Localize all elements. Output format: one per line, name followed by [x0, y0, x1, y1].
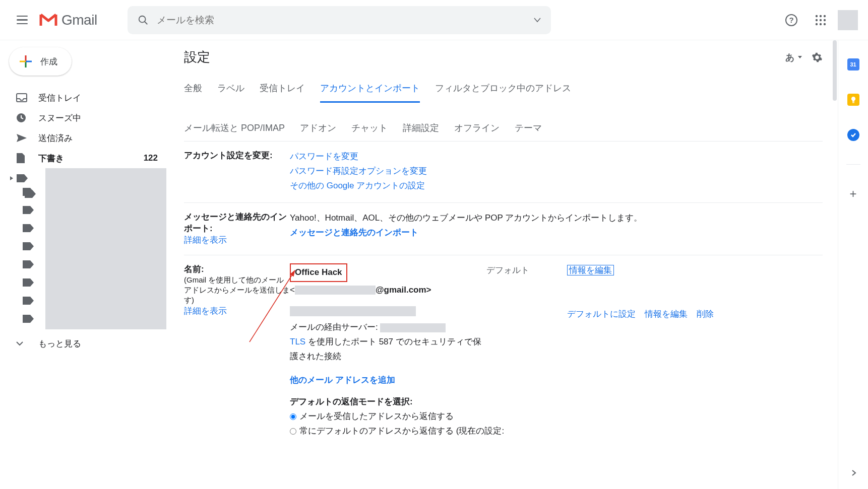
compose-plus-icon [18, 54, 33, 69]
tab-アドオン[interactable]: アドオン [300, 115, 336, 141]
label-icon[interactable] [22, 260, 34, 269]
email-domain: @gmail.com> [376, 285, 431, 295]
tab-ラベル[interactable]: ラベル [217, 75, 244, 103]
reply-mode-radio-default[interactable] [290, 428, 296, 435]
keep-addon-icon[interactable] [847, 94, 859, 106]
svg-text:?: ? [789, 16, 793, 24]
svg-point-0 [139, 16, 145, 22]
help-icon: ? [785, 14, 798, 27]
expand-caret[interactable] [7, 176, 16, 181]
label-icon[interactable] [22, 242, 34, 251]
name-sub: (Gmail を使用して他のメール アドレスからメールを送信します) [184, 275, 290, 304]
import-action-link[interactable]: メッセージと連絡先のインポート [290, 228, 418, 237]
search-input[interactable] [157, 15, 534, 26]
import-heading: メッセージと連絡先のインポート: [184, 212, 287, 233]
primary-name-highlighted: Office Hack [290, 263, 347, 282]
label-icon[interactable] [22, 314, 34, 323]
sent-icon [16, 133, 27, 143]
name-heading: 名前: [184, 264, 204, 274]
tab-詳細設定[interactable]: 詳細設定 [403, 115, 439, 141]
search-bar[interactable] [128, 6, 551, 34]
label-icon[interactable] [22, 296, 34, 305]
edit-info-link-primary[interactable]: 情報を編集 [567, 265, 614, 275]
input-tool-toggle[interactable]: あ [785, 51, 794, 63]
tasks-addon-icon[interactable] [847, 129, 859, 141]
tls-link[interactable]: TLS [290, 337, 305, 346]
svg-point-9 [824, 19, 826, 21]
clock-icon [16, 113, 26, 123]
add-address-link[interactable]: 他のメール アドレスを追加 [290, 375, 395, 385]
chevron-down-icon [16, 341, 23, 346]
edit-info-link-alias[interactable]: 情報を編集 [645, 307, 688, 364]
show-more-label: もっと見る [38, 338, 81, 350]
app-header: Gmail ? [0, 0, 868, 40]
nav-inbox[interactable]: 受信トレイ [0, 88, 169, 108]
gmail-logo[interactable]: Gmail [39, 12, 97, 28]
import-desc: Yahoo!、Hotmail、AOL、その他のウェブメールや POP アカウント… [290, 213, 642, 223]
main-menu-button[interactable] [10, 8, 34, 32]
nav-sent[interactable]: 送信済み [0, 128, 169, 148]
label-icon[interactable] [22, 278, 34, 287]
tab-アカウントとインポート[interactable]: アカウントとインポート [320, 75, 420, 103]
show-more-button[interactable]: もっと見る [0, 333, 169, 354]
compose-button[interactable]: 作成 [9, 47, 72, 76]
nav-drafts-label: 下書き [38, 153, 64, 164]
account-avatar[interactable] [838, 10, 858, 30]
tab-全般[interactable]: 全般 [184, 75, 202, 103]
gmail-logo-icon [39, 13, 57, 27]
labels-placeholder-redacted [45, 168, 166, 329]
main-content: 設定 あ 全般ラベル受信トレイアカウントとインポートフィルタとブロック中のアドレ… [169, 40, 838, 489]
compose-label: 作成 [40, 56, 57, 67]
support-button[interactable]: ? [779, 8, 803, 32]
section-account-change: アカウント設定を変更: パスワードを変更 パスワード再設定オプションを変更 その… [184, 142, 823, 203]
apps-grid-icon [815, 15, 826, 26]
tab-フィルタとブロック中のアドレス[interactable]: フィルタとブロック中のアドレス [435, 75, 571, 103]
settings-gear-icon[interactable] [812, 52, 823, 63]
svg-point-11 [820, 23, 822, 25]
account-change-heading: アカウント設定を変更: [184, 151, 273, 160]
svg-point-4 [816, 15, 818, 17]
nav-drafts[interactable]: 下書き 122 [0, 148, 169, 168]
nav-snoozed-label: スヌーズ中 [38, 112, 81, 124]
svg-point-8 [820, 19, 822, 21]
search-options-dropdown-icon[interactable] [534, 18, 541, 23]
dropdown-caret-icon[interactable] [797, 55, 802, 59]
email-open: < [290, 285, 295, 295]
tab-オフライン[interactable]: オフライン [454, 115, 500, 141]
search-icon [138, 15, 149, 26]
label-icon[interactable] [22, 187, 34, 196]
inbox-icon [16, 93, 27, 102]
set-default-link[interactable]: デフォルトに設定 [567, 307, 636, 364]
email-redacted [295, 286, 376, 295]
name-learn-more-link[interactable]: 詳細を表示 [184, 306, 227, 316]
tab-メール転送と POP/IMAP[interactable]: メール転送と POP/IMAP [184, 115, 285, 141]
link-change-password[interactable]: パスワードを変更 [290, 152, 358, 161]
link-change-recovery[interactable]: パスワード再設定オプションを変更 [290, 166, 427, 176]
default-badge: デフォルト [486, 263, 567, 298]
google-apps-button[interactable] [809, 8, 833, 32]
gmail-wordmark: Gmail [61, 12, 97, 28]
svg-point-6 [824, 15, 826, 17]
nav-snoozed[interactable]: スヌーズ中 [0, 108, 169, 128]
svg-point-7 [816, 19, 818, 21]
nav-sent-label: 送信済み [38, 132, 73, 144]
collapse-panel-button[interactable] [847, 467, 859, 479]
svg-point-12 [824, 23, 826, 25]
tab-受信トレイ[interactable]: 受信トレイ [260, 75, 305, 103]
server-redacted [380, 323, 446, 332]
label-icon[interactable] [22, 224, 34, 233]
right-side-panel: 31 + [838, 40, 868, 489]
delete-link[interactable]: 削除 [697, 307, 714, 364]
tab-チャット[interactable]: チャット [351, 115, 388, 141]
link-other-settings[interactable]: その他の Google アカウントの設定 [290, 181, 425, 190]
reply-mode-radio-received[interactable] [290, 413, 296, 420]
label-icon[interactable] [16, 174, 28, 183]
nav-inbox-label: 受信トレイ [38, 92, 81, 104]
scrollbar-thumb[interactable] [833, 40, 837, 101]
get-addons-button[interactable]: + [847, 188, 859, 200]
import-learn-more-link[interactable]: 詳細を表示 [184, 235, 227, 245]
tab-テーマ[interactable]: テーマ [515, 115, 542, 141]
label-icon[interactable] [22, 205, 34, 215]
tls-desc: を使用したポート 587 でのセキュリティで保護された接続 [290, 337, 481, 361]
calendar-addon-icon[interactable]: 31 [847, 58, 859, 71]
